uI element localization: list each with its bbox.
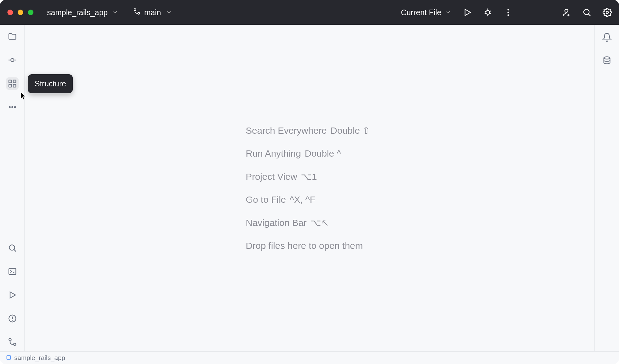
commit-tool-button[interactable] bbox=[6, 54, 19, 66]
project-selector[interactable]: sample_rails_app bbox=[44, 6, 121, 19]
structure-tool-button[interactable] bbox=[6, 77, 19, 90]
chevron-down-icon bbox=[166, 8, 172, 17]
svg-point-37 bbox=[9, 339, 11, 341]
terminal-tool-button[interactable] bbox=[6, 265, 19, 278]
editor-empty-state[interactable]: Search Everywhere Double ⇧ Run Anything … bbox=[25, 25, 594, 351]
hint-label: Go to File bbox=[246, 194, 286, 205]
svg-line-7 bbox=[490, 11, 491, 12]
module-icon bbox=[6, 354, 11, 362]
branch-icon bbox=[133, 8, 141, 17]
svg-point-16 bbox=[584, 9, 589, 15]
hint-drop-files: Drop files here to open them bbox=[246, 240, 370, 251]
title-bar: sample_rails_app main Current File bbox=[0, 0, 619, 25]
more-actions-button[interactable] bbox=[501, 5, 516, 20]
main-area: Structure bbox=[0, 25, 619, 351]
notifications-tool-button[interactable] bbox=[601, 31, 613, 43]
status-bar: sample_rails_app bbox=[0, 351, 619, 364]
svg-point-12 bbox=[508, 14, 509, 16]
svg-rect-22 bbox=[9, 80, 11, 83]
svg-marker-33 bbox=[10, 292, 15, 298]
code-with-me-button[interactable] bbox=[559, 5, 574, 20]
svg-rect-24 bbox=[9, 84, 11, 87]
svg-line-6 bbox=[485, 11, 486, 12]
hint-navigation-bar: Navigation Bar ⌥↖ bbox=[246, 217, 370, 228]
svg-rect-40 bbox=[7, 356, 11, 359]
database-tool-button[interactable] bbox=[601, 54, 613, 67]
hint-shortcut: ⌥↖ bbox=[310, 217, 329, 228]
svg-line-9 bbox=[490, 13, 491, 14]
svg-point-11 bbox=[508, 12, 509, 13]
svg-point-38 bbox=[13, 343, 16, 346]
hint-run-anything: Run Anything Double ^ bbox=[246, 148, 370, 159]
svg-rect-25 bbox=[13, 84, 16, 87]
hint-label: Drop files here to open them bbox=[246, 240, 363, 251]
hint-label: Run Anything bbox=[246, 148, 301, 159]
run-tool-button[interactable] bbox=[6, 289, 19, 301]
tooltip-structure: Structure bbox=[28, 74, 73, 93]
svg-line-8 bbox=[485, 13, 486, 14]
svg-point-10 bbox=[508, 9, 509, 11]
run-config-label: Current File bbox=[401, 8, 441, 17]
hint-label: Search Everywhere bbox=[246, 125, 327, 136]
svg-point-39 bbox=[604, 57, 610, 59]
search-everywhere-button[interactable] bbox=[579, 5, 594, 20]
settings-button[interactable] bbox=[600, 5, 615, 20]
svg-line-17 bbox=[588, 14, 590, 16]
chevron-down-icon bbox=[112, 8, 118, 17]
hints-list: Search Everywhere Double ⇧ Run Anything … bbox=[246, 125, 370, 251]
svg-point-28 bbox=[14, 106, 16, 108]
hint-shortcut: Double ^ bbox=[305, 148, 341, 159]
close-window-button[interactable] bbox=[7, 10, 13, 15]
svg-point-3 bbox=[486, 11, 490, 15]
svg-point-19 bbox=[11, 58, 14, 62]
branch-selector[interactable]: main bbox=[130, 6, 175, 19]
mouse-cursor-icon bbox=[20, 92, 26, 100]
maximize-window-button[interactable] bbox=[28, 10, 33, 15]
svg-point-0 bbox=[134, 9, 136, 11]
run-config-selector[interactable]: Current File bbox=[398, 6, 454, 19]
left-tool-rail bbox=[0, 25, 25, 351]
hint-project-view: Project View ⌥1 bbox=[246, 171, 370, 182]
svg-point-18 bbox=[606, 11, 608, 14]
project-name: sample_rails_app bbox=[47, 8, 108, 17]
window-controls bbox=[7, 10, 33, 15]
run-button[interactable] bbox=[460, 5, 475, 20]
vcs-tool-button[interactable] bbox=[6, 336, 19, 348]
problems-tool-button[interactable] bbox=[6, 312, 19, 325]
svg-point-29 bbox=[9, 245, 15, 250]
svg-point-13 bbox=[565, 9, 568, 12]
find-tool-button[interactable] bbox=[6, 242, 19, 254]
minimize-window-button[interactable] bbox=[18, 10, 23, 15]
project-tool-button[interactable] bbox=[6, 30, 19, 43]
svg-marker-2 bbox=[465, 9, 471, 15]
svg-rect-23 bbox=[13, 80, 16, 83]
svg-point-1 bbox=[138, 12, 140, 14]
right-tool-rail bbox=[594, 25, 619, 351]
svg-rect-31 bbox=[9, 268, 16, 275]
hint-shortcut: Double ⇧ bbox=[331, 125, 370, 136]
hint-go-to-file: Go to File ^X, ^F bbox=[246, 194, 370, 205]
hint-shortcut: ^X, ^F bbox=[290, 194, 315, 205]
debug-button[interactable] bbox=[480, 5, 495, 20]
status-project-label[interactable]: sample_rails_app bbox=[14, 354, 65, 362]
svg-point-27 bbox=[11, 106, 13, 108]
more-tool-windows-button[interactable] bbox=[6, 101, 19, 113]
svg-line-30 bbox=[14, 249, 16, 251]
chevron-down-icon bbox=[445, 8, 451, 17]
svg-point-36 bbox=[12, 320, 12, 321]
branch-name: main bbox=[144, 8, 161, 17]
tooltip-text: Structure bbox=[35, 79, 66, 88]
hint-label: Navigation Bar bbox=[246, 218, 307, 228]
hint-label: Project View bbox=[246, 171, 297, 182]
hint-search-everywhere: Search Everywhere Double ⇧ bbox=[246, 125, 370, 136]
svg-point-26 bbox=[9, 106, 10, 108]
hint-shortcut: ⌥1 bbox=[301, 171, 317, 182]
